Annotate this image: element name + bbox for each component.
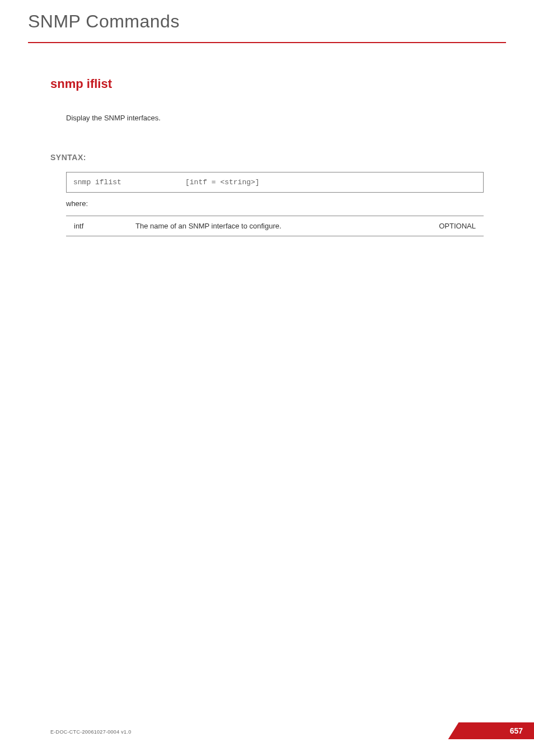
syntax-command: snmp iflist <box>73 178 185 186</box>
document-id: E-DOC-CTC-20061027-0004 v1.0 <box>50 729 131 735</box>
command-description: Display the SNMP interfaces. <box>66 114 484 122</box>
syntax-arguments: [intf = <string>] <box>185 178 476 186</box>
param-name: intf <box>68 222 135 230</box>
syntax-box: snmp iflist [intf = <string>] <box>66 172 484 193</box>
page-footer: E-DOC-CTC-20061027-0004 v1.0 657 <box>0 729 534 735</box>
syntax-row: snmp iflist [intf = <string>] <box>73 178 476 186</box>
command-title: snmp iflist <box>50 77 484 91</box>
param-required: OPTIONAL <box>420 222 481 230</box>
page-number-box: 657 <box>461 722 534 739</box>
main-heading: SNMP Commands <box>28 11 506 32</box>
page-header: SNMP Commands <box>0 0 534 36</box>
syntax-label: SYNTAX: <box>50 153 484 162</box>
page-content: snmp iflist Display the SNMP interfaces.… <box>0 43 534 236</box>
params-table: intf The name of an SNMP interface to co… <box>66 216 484 236</box>
page-number: 657 <box>510 726 523 735</box>
where-label: where: <box>66 199 484 208</box>
param-description: The name of an SNMP interface to configu… <box>135 222 420 230</box>
table-row: intf The name of an SNMP interface to co… <box>66 216 484 236</box>
